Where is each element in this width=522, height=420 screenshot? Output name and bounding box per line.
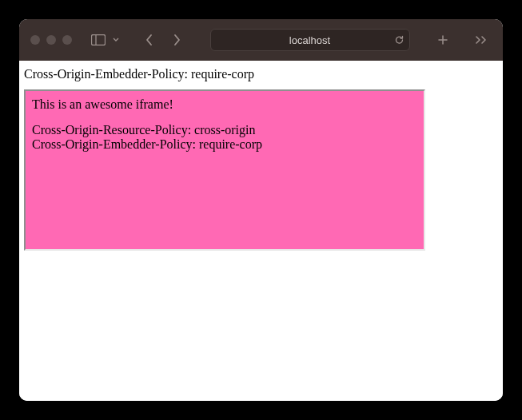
forward-button[interactable] xyxy=(166,30,187,50)
address-bar[interactable]: localhost xyxy=(210,29,410,51)
back-button[interactable] xyxy=(139,30,160,50)
iframe-title: This is an awesome iframe! xyxy=(32,97,417,112)
iframe-coep-line: Cross-Origin-Embedder-Policy: require-co… xyxy=(32,137,417,152)
coep-header-text: Cross-Origin-Embedder-Policy: require-co… xyxy=(24,65,498,89)
zoom-window-button[interactable] xyxy=(62,35,72,45)
sidebar-menu-button[interactable] xyxy=(110,30,122,50)
reload-icon xyxy=(394,35,404,46)
plus-icon xyxy=(437,34,448,46)
sidebar-icon xyxy=(91,34,106,46)
embedded-iframe: This is an awesome iframe! Cross-Origin-… xyxy=(24,89,425,251)
chevron-down-icon xyxy=(113,38,119,42)
svg-rect-0 xyxy=(92,35,106,46)
iframe-corp-line: Cross-Origin-Resource-Policy: cross-orig… xyxy=(32,123,417,137)
new-tab-button[interactable] xyxy=(432,30,453,50)
chevron-left-icon xyxy=(145,34,153,46)
page-content: Cross-Origin-Embedder-Policy: require-co… xyxy=(19,61,503,401)
close-window-button[interactable] xyxy=(30,35,40,45)
sidebar-toggle-button[interactable] xyxy=(88,30,109,50)
overflow-button[interactable] xyxy=(471,30,492,50)
titlebar: localhost xyxy=(19,19,503,61)
browser-window: localhost Cross-Origin-Embedder-Policy: … xyxy=(19,19,503,401)
traffic-lights xyxy=(30,35,72,45)
url-text: localhost xyxy=(289,34,330,46)
reload-button[interactable] xyxy=(394,35,404,46)
minimize-window-button[interactable] xyxy=(46,35,56,45)
chevrons-right-icon xyxy=(475,34,488,46)
sidebar-toggle-group xyxy=(88,30,122,50)
chevron-right-icon xyxy=(173,34,181,46)
